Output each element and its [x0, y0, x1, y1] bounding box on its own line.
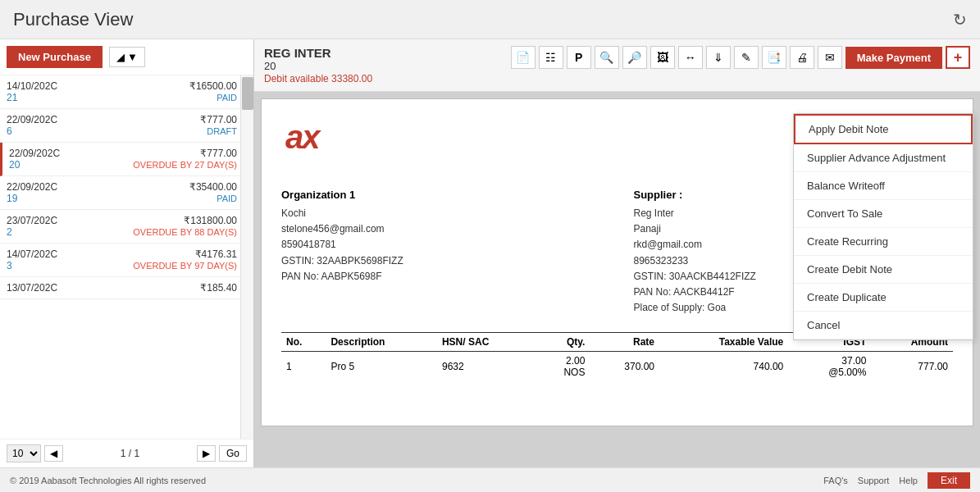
zoom-out-icon-btn[interactable]: 🔎	[622, 46, 647, 69]
list-item-status: OVERDUE BY 88 DAY(S)	[133, 227, 237, 237]
list-item-status: OVERDUE BY 27 DAY(S)	[133, 160, 237, 170]
grid-icon-btn[interactable]: ☷	[539, 46, 563, 69]
printer-icon: 🖨	[796, 51, 808, 64]
list-item[interactable]: 22/09/202C ₹35400.00 19 PAID	[0, 176, 253, 210]
col-description: Description	[326, 333, 437, 352]
cell-amount: 777.00	[871, 352, 953, 382]
resize-icon: ↔	[685, 51, 696, 64]
list-item-date: 22/09/202C	[7, 181, 57, 193]
list-item-date: 22/09/202C	[7, 114, 57, 125]
filter-dropdown-icon: ▼	[127, 51, 138, 63]
list-item-id: 19	[7, 193, 17, 204]
col-qty: Qty.	[536, 333, 590, 352]
page-info: 1 / 1	[66, 448, 194, 459]
image-icon-btn[interactable]: 🖼	[650, 46, 675, 69]
list-item-date: 23/07/202C	[7, 215, 57, 226]
debit-link[interactable]: Debit available 33380.00	[264, 73, 372, 84]
download-icon: ⇓	[713, 51, 723, 64]
sidebar-toolbar: New Purchase ◢ ▼	[0, 39, 253, 75]
refresh-icon[interactable]: ↻	[953, 10, 967, 30]
help-link[interactable]: Help	[899, 476, 918, 485]
list-item[interactable]: 22/09/202C ₹777.00 20 OVERDUE BY 27 DAY(…	[0, 143, 253, 176]
list-item-status: PAID	[217, 93, 237, 102]
dropdown-item-6[interactable]: Create Duplicate	[794, 284, 973, 312]
cell-rate: 370.00	[590, 352, 659, 382]
bold-p-icon-btn[interactable]: P	[567, 46, 591, 69]
supplier-title: REG INTER	[264, 46, 372, 60]
scroll-thumb	[242, 77, 253, 110]
page-size-select[interactable]: 10 25 50	[7, 444, 41, 462]
pdf-icon-btn[interactable]: 📑	[762, 46, 786, 69]
print-icon: 📄	[516, 51, 530, 64]
dropdown-item-4[interactable]: Create Recurring	[794, 228, 973, 256]
plus-button[interactable]: +	[946, 46, 970, 69]
next-page-button[interactable]: ▶	[197, 445, 216, 462]
list-item[interactable]: 14/10/202C ₹16500.00 21 PAID	[0, 75, 253, 109]
dropdown-item-1[interactable]: Supplier Advance Adjustment	[794, 144, 973, 172]
app-footer: © 2019 Aabasoft Technologies All rights …	[0, 467, 980, 492]
app-header: Purchase View ↻	[0, 0, 980, 39]
edit-icon-btn[interactable]: ✎	[734, 46, 759, 69]
dropdown-item-5[interactable]: Create Debit Note	[794, 256, 973, 284]
make-payment-button[interactable]: Make Payment	[846, 47, 942, 69]
main-layout: New Purchase ◢ ▼ 14/10/202C ₹16500.00 21…	[0, 39, 980, 467]
list-item-id: 20	[9, 159, 20, 171]
printer-icon-btn[interactable]: 🖨	[790, 46, 814, 69]
list-item-amount: ₹777.00	[200, 148, 237, 159]
scrollbar[interactable]	[240, 75, 253, 439]
col-taxable: Taxable Value	[659, 333, 788, 352]
prev-page-button[interactable]: ◀	[44, 445, 63, 462]
exit-button[interactable]: Exit	[928, 472, 970, 489]
email-icon-btn[interactable]: ✉	[818, 46, 842, 69]
list-item[interactable]: 14/07/202C ₹4176.31 3 OVERDUE BY 97 DAY(…	[0, 244, 253, 277]
footer-right: FAQ's Support Help Exit	[823, 472, 970, 489]
list-item[interactable]: 22/09/202C ₹777.00 6 DRAFT	[0, 109, 253, 143]
dropdown-item-0[interactable]: Apply Debit Note	[794, 114, 973, 144]
cell-no: 1	[281, 352, 326, 382]
pagination: 10 25 50 ◀ 1 / 1 ▶ Go	[0, 439, 253, 467]
list-item-id: 2	[7, 226, 12, 238]
filter-button[interactable]: ◢ ▼	[109, 47, 145, 67]
faq-link[interactable]: FAQ's	[823, 476, 848, 485]
list-item-amount: ₹185.40	[200, 282, 237, 294]
list-item-id: 3	[7, 260, 12, 271]
list-item-id: 21	[7, 92, 17, 103]
content-header: REG INTER 20 Debit available 33380.00 📄 …	[254, 39, 980, 92]
list-item-amount: ₹35400.00	[189, 181, 237, 193]
search-icon-btn[interactable]: 🔍	[595, 46, 619, 69]
print-icon-btn[interactable]: 📄	[511, 46, 536, 69]
org-pan: PAN No: AABPK5698F	[281, 269, 601, 285]
svg-text:ax: ax	[285, 119, 321, 155]
footer-copyright: © 2019 Aabasoft Technologies All rights …	[10, 476, 206, 485]
cell-hsn: 9632	[437, 352, 536, 382]
go-button[interactable]: Go	[219, 445, 247, 462]
dropdown-item-7[interactable]: Cancel	[794, 312, 973, 339]
list-item-id: 6	[7, 125, 12, 137]
list-item[interactable]: 13/07/202C ₹185.40	[0, 277, 253, 299]
col-rate: Rate	[590, 333, 659, 352]
content-area: REG INTER 20 Debit available 33380.00 📄 …	[254, 39, 980, 467]
list-item-date: 14/10/202C	[7, 80, 57, 92]
bold-p-icon: P	[575, 51, 582, 64]
cell-qty: 2.00 NOS	[536, 352, 590, 382]
col-no: No.	[281, 333, 326, 352]
filter-icon: ◢	[116, 51, 125, 63]
new-purchase-button[interactable]: New Purchase	[7, 46, 103, 68]
purchase-list: 14/10/202C ₹16500.00 21 PAID 22/09/202C …	[0, 75, 253, 439]
support-link[interactable]: Support	[858, 476, 890, 485]
purchase-id: 20	[264, 60, 372, 72]
resize-icon-btn[interactable]: ↔	[678, 46, 703, 69]
image-icon: 🖼	[657, 51, 668, 64]
list-item-date: 13/07/202C	[7, 282, 57, 294]
list-item-amount: ₹16500.00	[189, 80, 237, 92]
dropdown-item-2[interactable]: Balance Writeoff	[794, 172, 973, 200]
cell-description: Pro 5	[326, 352, 437, 382]
list-item-amount: ₹131800.00	[184, 215, 237, 226]
list-item[interactable]: 23/07/202C ₹131800.00 2 OVERDUE BY 88 DA…	[0, 210, 253, 244]
list-item-status: DRAFT	[207, 126, 237, 136]
download-icon-btn[interactable]: ⇓	[706, 46, 731, 69]
dropdown-item-3[interactable]: Convert To Sale	[794, 200, 973, 228]
email-icon: ✉	[825, 51, 835, 64]
cell-igst: 37.00 @5.00%	[788, 352, 871, 382]
list-item-amount: ₹777.00	[200, 114, 237, 125]
